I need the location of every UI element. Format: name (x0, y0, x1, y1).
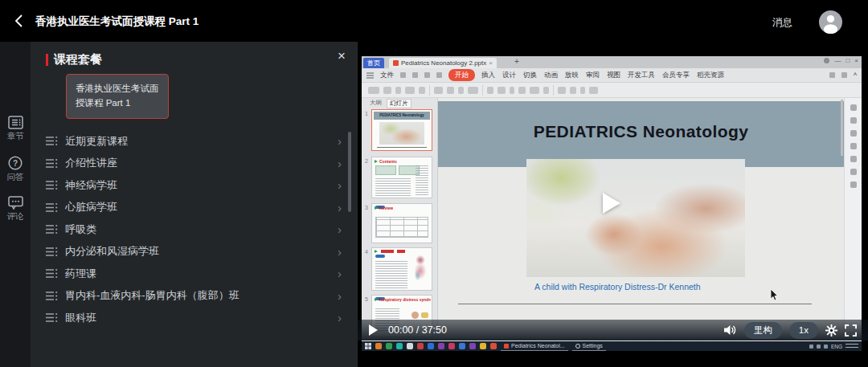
thumbnail-preview: PEDIATRICS Neonatology (372, 110, 432, 150)
comments-icon (8, 196, 23, 210)
wps-menu-4: 动画 (544, 71, 558, 80)
toolbar-icon (395, 87, 401, 94)
course-section-row[interactable]: 内分泌和风湿病学班› (31, 241, 358, 263)
play-button[interactable] (369, 324, 378, 336)
menu-burger-icon (366, 72, 374, 79)
wps-menu-8: 开发工具 (628, 71, 655, 80)
toolbar-separator (482, 85, 483, 96)
panel-scrollbar[interactable] (348, 132, 351, 212)
section-list-icon (46, 224, 58, 234)
left-rail: 章节?问答评论 (0, 42, 31, 367)
taskbar-app-icon (407, 343, 413, 349)
quick-access-icon (424, 72, 430, 78)
fullscreen-icon (845, 324, 857, 336)
course-section-label: 眼科班 (65, 311, 96, 325)
mouse-cursor (770, 289, 779, 301)
course-section-row[interactable]: 心脏病学班› (31, 197, 358, 219)
back-button[interactable] (11, 12, 29, 30)
toolbar-icon (580, 87, 585, 94)
rail-item-qa[interactable]: ?问答 (0, 156, 31, 183)
tray-icon (817, 345, 821, 349)
toolbar-icon (419, 87, 425, 94)
taskbar-app-icon (459, 343, 465, 349)
section-list-icon (46, 268, 58, 279)
pane-tab-2: 幻灯片 (387, 99, 411, 108)
window-close-icon: × (854, 57, 858, 64)
back-chevron-icon (11, 12, 29, 30)
close-icon[interactable]: × (338, 48, 346, 64)
volume-button[interactable] (724, 324, 737, 336)
chevron-right-icon: › (338, 289, 342, 303)
toolbar-icon (368, 87, 379, 94)
chevron-right-icon: › (338, 222, 342, 236)
toolbar-icon (383, 87, 391, 94)
course-section-row[interactable]: 神经病学班› (31, 174, 358, 197)
slide-thumbnail-pane: 大纲幻灯片 1PEDIATRICS Neonatology2Contents3R… (362, 98, 438, 341)
toolbar-icon (468, 87, 478, 94)
course-section-row[interactable]: 介绍性讲座› (31, 153, 358, 175)
slide-number: 2 (365, 158, 368, 164)
ppt-file-icon (393, 60, 399, 66)
tray-icon (809, 345, 813, 349)
mini-slide-heading: Contents (375, 159, 397, 164)
avatar[interactable] (819, 10, 842, 34)
quick-access-icon (412, 72, 418, 78)
embedded-video-thumbnail (526, 159, 745, 277)
mini-slide-heading (375, 250, 407, 253)
panel-tool-icon (850, 181, 857, 188)
toolbar-icon (447, 87, 454, 94)
panel-tool-icon (850, 104, 857, 111)
speed-button[interactable]: 1x (789, 322, 818, 339)
share-icon (841, 72, 847, 78)
course-section-row[interactable]: 呼吸类› (31, 218, 358, 241)
play-overlay-icon[interactable] (603, 193, 620, 214)
rail-item-chapters[interactable]: 章节 (0, 116, 31, 142)
section-list-icon (46, 158, 58, 169)
chevron-right-icon: › (338, 245, 342, 259)
section-list-icon (46, 180, 58, 190)
panel-tool-icon (850, 169, 857, 175)
help-icon (829, 72, 835, 78)
wps-menu-10: 稻壳资源 (697, 71, 724, 80)
course-section-row[interactable]: 眼科班› (31, 307, 358, 329)
maximize-icon: □ (845, 57, 850, 64)
wps-menu-2: 设计 (502, 71, 516, 80)
course-section-row[interactable]: 近期更新课程› (31, 130, 358, 153)
wps-menu-7: 视图 (607, 71, 620, 80)
slide-number: 3 (365, 205, 368, 210)
file-menu: 文件 (380, 71, 394, 80)
red-title-bar (381, 250, 394, 253)
toolbar-icon (487, 87, 493, 94)
reconstruct-button[interactable]: 里构 (744, 322, 782, 339)
mini-diagram (421, 312, 428, 318)
chevron-right-icon: › (338, 134, 342, 148)
green-flag-icon (375, 160, 378, 163)
settings-button[interactable] (825, 324, 837, 336)
mini-baby-image (379, 122, 424, 145)
fullscreen-button[interactable] (845, 324, 857, 336)
slide-thumbnail-1[interactable]: 1PEDIATRICS Neonatology (371, 109, 432, 151)
course-section-row[interactable]: 胃内科-血液内科-肠胃内科（腹部）班› (31, 285, 358, 308)
red-accent-bar (46, 54, 48, 66)
active-course-card[interactable]: 香港执业医生考试面授课程 Part 1 (66, 74, 169, 119)
wps-toolbar (362, 83, 862, 98)
wps-home-tab: 首页 (363, 58, 384, 68)
qa-icon: ? (8, 156, 23, 170)
chevron-right-icon: › (338, 178, 342, 192)
slide-thumbnail-4[interactable]: 4 (371, 247, 432, 291)
video-player[interactable]: 首页 Pediatrics Neonatology 2.pptx × + — □… (358, 42, 868, 367)
course-section-row[interactable]: 药理课› (31, 263, 358, 285)
wps-menu-6: 审阅 (586, 71, 600, 80)
section-list-icon (46, 202, 58, 213)
section-list-icon (46, 136, 58, 146)
taskbar-app-icon (375, 343, 382, 349)
panel-tool-icon (850, 130, 857, 137)
video-surface[interactable]: 首页 Pediatrics Neonatology 2.pptx × + — □… (362, 56, 862, 351)
wps-app-icon (504, 344, 509, 349)
slide-thumbnail-3[interactable]: 3Review (371, 203, 432, 243)
quick-access-icon (436, 72, 442, 78)
section-list-icon (46, 247, 58, 257)
slide-thumbnail-2[interactable]: 2Contents (371, 157, 432, 198)
rail-item-comments[interactable]: 评论 (0, 196, 31, 222)
messages-button[interactable]: 消息 (772, 16, 792, 30)
